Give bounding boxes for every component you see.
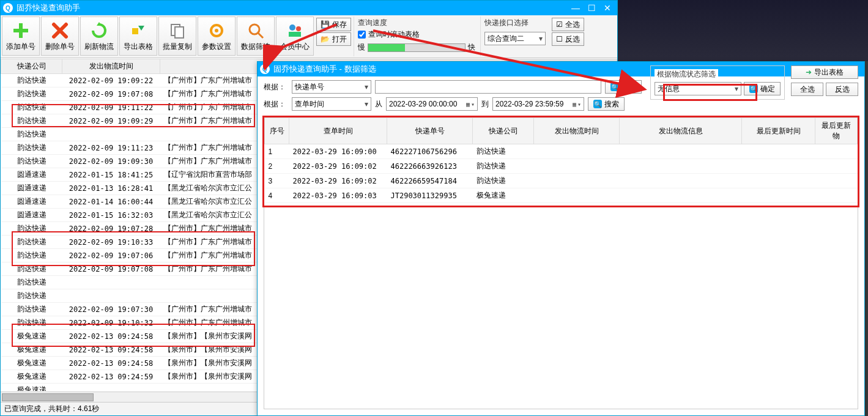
select-all-button[interactable]: 全选	[791, 83, 823, 96]
copy-icon	[168, 21, 187, 40]
folder-icon: 📂	[321, 35, 330, 43]
invert-select-button[interactable]: ☐反选	[552, 32, 584, 46]
refresh-button[interactable]: 刷新物流	[80, 17, 118, 56]
filter-table: 序号 查单时间 快递单号 快递公司 发出物流时间 发出物流信息 最后更新时间 最…	[264, 117, 858, 409]
speed-slider[interactable]	[368, 43, 466, 52]
svg-point-8	[289, 24, 295, 31]
close-button[interactable]: ✕	[600, 2, 615, 13]
main-titlebar: Q 固乔快递查询助手 — ☐ ✕	[1, 1, 617, 15]
svg-rect-3	[175, 27, 184, 38]
check-icon: ☑	[556, 20, 563, 29]
status-filter-fieldset: 根据物流状态筛选 无信息 🔍确定	[650, 65, 785, 100]
select-all-button[interactable]: ☑全选	[552, 18, 584, 31]
app-icon: Q	[3, 3, 13, 13]
col-seq[interactable]: 序号	[265, 118, 289, 144]
invert-select-button[interactable]: 反选	[826, 83, 858, 96]
main-title: 固乔快递查询助手	[17, 2, 568, 13]
batch-copy-button[interactable]: 批量复制	[158, 17, 196, 56]
minimize-button[interactable]: —	[568, 2, 583, 13]
save-button[interactable]: 💾保存	[316, 18, 351, 31]
floppy-icon: 💾	[321, 20, 330, 29]
by-label: 根据：	[264, 82, 288, 92]
member-button[interactable]: 会员中心	[276, 17, 314, 56]
col-sendtime[interactable]: 发出物流时间	[62, 59, 160, 74]
plus-icon	[11, 21, 31, 40]
status-select[interactable]: 无信息	[655, 82, 741, 95]
svg-point-6	[250, 24, 259, 34]
search-icon: 🔍	[749, 84, 758, 93]
svg-line-7	[258, 33, 263, 38]
people-icon	[285, 21, 305, 40]
search-button-1[interactable]: 🔍搜索	[605, 80, 642, 94]
filter-field-select[interactable]: 快递单号	[292, 80, 371, 94]
svg-point-9	[296, 26, 301, 31]
gear-icon	[207, 21, 226, 40]
delete-button[interactable]: 删除单号	[41, 17, 79, 56]
svg-rect-10	[289, 32, 301, 37]
funnel-icon	[246, 21, 265, 40]
filter-field-select-2[interactable]: 查单时间	[292, 97, 371, 111]
table-row[interactable]: 12022-03-29 16:09:00462227106756296韵达快递	[265, 144, 858, 159]
col-company[interactable]: 快递公司	[1, 59, 62, 74]
search-icon: 🔍	[593, 100, 602, 108]
export-icon	[128, 21, 148, 40]
col-querytime[interactable]: 查单时间	[289, 118, 387, 144]
col-lastupdateinfo[interactable]: 最后更新物	[815, 118, 858, 144]
col-trackno[interactable]: 快递单号	[387, 118, 473, 144]
search-button-2[interactable]: 🔍搜索	[588, 97, 625, 111]
filter-button[interactable]: 数据筛选	[237, 17, 275, 56]
export-button[interactable]: 导出表格	[119, 17, 157, 56]
main-toolbar: 添加单号 删除单号 刷新物流 导出表格 批量复制 参数设置 数据筛选 会员中心	[1, 15, 617, 58]
refresh-icon	[89, 21, 109, 40]
svg-rect-1	[13, 29, 28, 32]
scroll-checkbox[interactable]	[358, 31, 366, 39]
col-company[interactable]: 快递公司	[473, 118, 534, 144]
export-icon: ➜	[806, 68, 812, 76]
table-row[interactable]: 42022-03-29 16:09:03JT2903011329935极兔速递	[265, 188, 858, 203]
table-row[interactable]: 32022-03-29 16:09:02462226659547184韵达快递	[265, 174, 858, 188]
table-row[interactable]: 22022-03-29 16:09:02462226663926123韵达快递	[265, 159, 858, 174]
confirm-button[interactable]: 🔍确定	[744, 82, 781, 95]
x-icon	[50, 21, 70, 40]
interface-select[interactable]: 综合查询二	[484, 32, 546, 45]
from-date-input[interactable]: 2022-03-29 00:00:00	[386, 97, 478, 111]
params-button[interactable]: 参数设置	[198, 17, 236, 56]
filter-text-input[interactable]	[375, 80, 601, 94]
col-sendinfo[interactable]: 发出物流信息	[620, 118, 742, 144]
open-button[interactable]: 📂打开	[316, 32, 351, 46]
svg-point-5	[215, 29, 218, 32]
maximize-button[interactable]: ☐	[584, 2, 599, 13]
by-label: 根据：	[264, 99, 288, 110]
check-icon: ☐	[556, 35, 563, 43]
search-icon: 🔍	[610, 83, 619, 91]
speed-group: 查询速度 查询时滚动表格 慢 快	[354, 17, 479, 56]
filter-window: Q 固乔快递查询助手 - 数据筛选 — ☐ ✕ 根据： 快递单号 🔍搜索 根据：…	[257, 61, 865, 416]
to-date-input[interactable]: 2022-03-29 23:59:59	[492, 97, 584, 111]
add-button[interactable]: 添加单号	[2, 17, 40, 56]
col-sendtime[interactable]: 发出物流时间	[534, 118, 620, 144]
export-table-button[interactable]: ➜导出表格	[791, 65, 858, 79]
app-icon: Q	[260, 64, 270, 74]
col-lastupdate[interactable]: 最后更新时间	[742, 118, 815, 144]
interface-group: 快递接口选择 综合查询二	[480, 17, 549, 56]
